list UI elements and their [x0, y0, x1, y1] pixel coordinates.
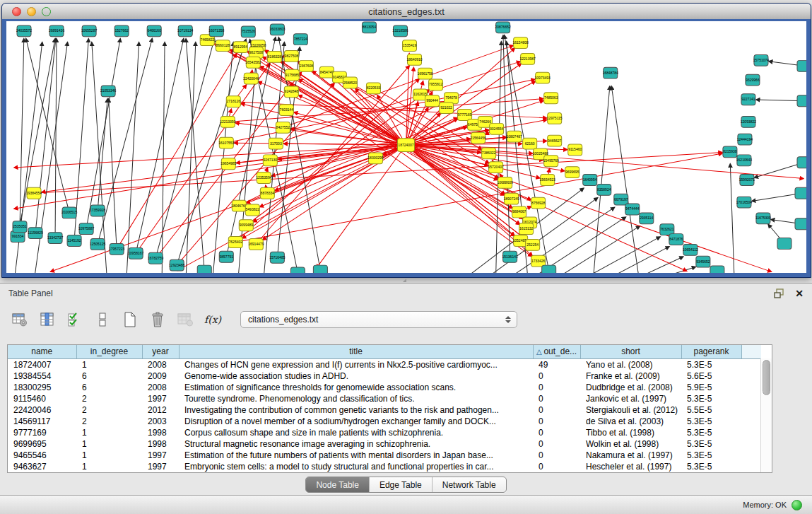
table-cell[interactable]	[741, 404, 761, 416]
network-node[interactable]	[490, 123, 504, 134]
network-edge[interactable]	[109, 99, 117, 250]
table-cell[interactable]: 2003	[142, 416, 179, 427]
table-cell[interactable]: 0	[533, 450, 580, 461]
network-node[interactable]	[285, 69, 299, 81]
network-node[interactable]	[519, 223, 534, 235]
network-node[interactable]	[482, 148, 496, 159]
column-header[interactable]: title	[179, 345, 533, 358]
column-header[interactable]: in_degree	[76, 345, 142, 358]
table-cell[interactable]: Tourette syndrome. Phenomenology and cla…	[179, 393, 533, 404]
table-cell[interactable]: 2009	[142, 370, 179, 382]
table-cell[interactable]: 5.3E-5	[681, 438, 741, 450]
network-node[interactable]	[756, 213, 770, 224]
network-node[interactable]	[178, 25, 192, 37]
network-node[interactable]	[669, 234, 683, 245]
network-edge[interactable]	[177, 39, 246, 265]
network-edge[interactable]	[641, 257, 683, 273]
network-node[interactable]	[284, 51, 298, 62]
network-node[interactable]	[284, 86, 298, 98]
network-node[interactable]	[393, 25, 407, 37]
network-node[interactable]	[219, 251, 233, 262]
network-node[interactable]	[489, 162, 503, 173]
network-node[interactable]	[260, 187, 274, 199]
network-node[interactable]	[526, 240, 540, 251]
network-node[interactable]	[505, 193, 519, 204]
network-node[interactable]	[536, 72, 550, 83]
network-node[interactable]	[209, 25, 223, 37]
network-edge[interactable]	[730, 164, 734, 273]
network-node[interactable]	[710, 266, 724, 273]
network-edge[interactable]	[560, 226, 640, 273]
network-edge[interactable]	[86, 39, 120, 229]
network-node[interactable]	[418, 68, 433, 79]
network-node[interactable]	[147, 25, 161, 37]
network-node[interactable]	[79, 223, 93, 235]
network-node[interactable]	[293, 34, 307, 45]
window-titlebar[interactable]: citations_edges.txt	[2, 4, 811, 20]
network-node[interactable]	[299, 60, 313, 71]
network-node[interactable]	[219, 137, 233, 148]
table-cell[interactable]	[741, 370, 761, 382]
table-cell[interactable]: Estimation of significance thresholds fo…	[179, 382, 533, 393]
table-cell[interactable]: Estimation of the future numbers of pati…	[179, 450, 533, 461]
float-panel-icon[interactable]	[774, 288, 785, 298]
column-header[interactable]: name	[8, 345, 76, 358]
network-node[interactable]	[583, 175, 597, 186]
network-node[interactable]	[228, 237, 242, 248]
table-cell[interactable]: Structural magnetic resonance image aver…	[179, 438, 533, 450]
network-node[interactable]	[244, 73, 258, 84]
unselect-all-icon[interactable]	[93, 310, 112, 329]
network-node[interactable]	[514, 37, 528, 49]
table-cell[interactable]: 5.3E-5	[681, 358, 741, 370]
network-node[interactable]	[368, 153, 382, 164]
table-cell[interactable]: 0	[533, 404, 580, 416]
table-cell[interactable]: 1	[76, 450, 142, 461]
network-node[interactable]	[263, 155, 277, 166]
table-select-dropdown[interactable]: citations_edges.txt	[240, 311, 517, 328]
network-node[interactable]	[270, 24, 284, 35]
network-canvas[interactable]: 1872400774658228660128891295423226058982…	[6, 21, 806, 273]
network-node[interactable]	[531, 255, 546, 267]
table-cell[interactable]: Investigating the contribution of common…	[179, 404, 533, 416]
network-node[interactable]	[548, 135, 562, 146]
table-cell[interactable]: de Silva et al. (2003)	[580, 416, 681, 427]
table-cell[interactable]: 9465546	[8, 450, 76, 461]
network-edge[interactable]	[14, 145, 406, 209]
network-node[interactable]	[49, 25, 64, 37]
close-panel-icon[interactable]: ✕	[795, 288, 804, 298]
network-node[interactable]	[544, 93, 558, 104]
network-node[interactable]	[343, 77, 357, 88]
network-node[interactable]	[249, 239, 263, 250]
network-node[interactable]	[221, 158, 235, 170]
table-cell[interactable]: 2008	[142, 358, 179, 370]
table-cell[interactable]: 5.5E-5	[681, 404, 741, 416]
table-cell[interactable]: Hescheler et al. (1997)	[580, 461, 681, 472]
network-node[interactable]	[507, 131, 522, 142]
table-cell[interactable]: 14569117	[8, 416, 76, 427]
network-node[interactable]	[319, 66, 334, 78]
table-cell[interactable]: 1997	[142, 450, 179, 461]
network-node[interactable]	[741, 94, 755, 105]
network-node[interactable]	[313, 265, 327, 273]
network-node[interactable]	[267, 52, 281, 63]
network-edge[interactable]	[20, 39, 24, 227]
column-header[interactable]	[741, 345, 761, 358]
network-node[interactable]	[62, 207, 76, 218]
network-node[interactable]	[738, 134, 752, 145]
network-node[interactable]	[604, 67, 618, 78]
table-cell[interactable]	[741, 427, 761, 438]
network-node[interactable]	[741, 116, 755, 127]
table-cell[interactable]	[741, 393, 761, 404]
table-cell[interactable]: 22420046	[8, 404, 76, 416]
network-node[interactable]	[246, 57, 260, 68]
table-cell[interactable]: 18300295	[8, 382, 76, 393]
table-cell[interactable]: 6	[76, 382, 142, 393]
network-edge[interactable]	[535, 217, 626, 273]
network-node[interactable]	[737, 155, 751, 166]
table-scrollbar-thumb[interactable]	[763, 360, 770, 395]
table-cell[interactable]	[741, 358, 761, 370]
network-node[interactable]	[290, 267, 305, 273]
table-cell[interactable]: Genome-wide association studies in ADHD.	[179, 370, 533, 382]
network-node[interactable]	[614, 194, 628, 205]
network-node[interactable]	[737, 197, 751, 208]
